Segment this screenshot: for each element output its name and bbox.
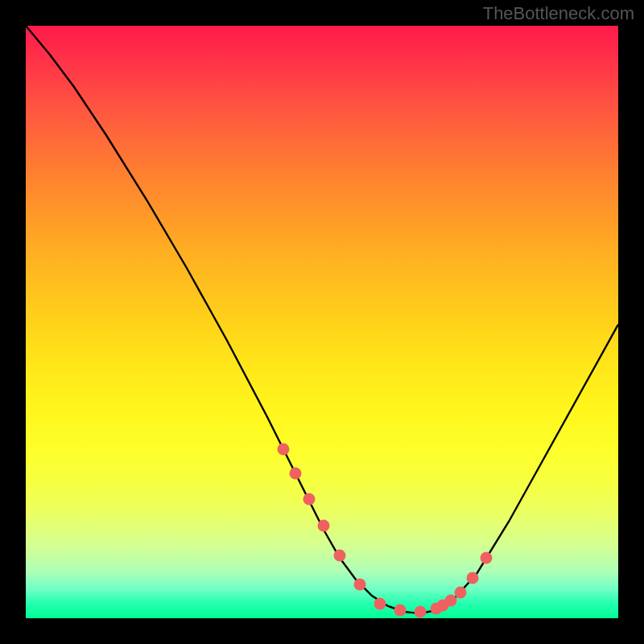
data-dot	[354, 579, 366, 591]
data-dot	[455, 587, 467, 599]
data-dot	[374, 598, 386, 610]
data-dot	[445, 595, 457, 607]
chart-plot-area	[26, 26, 618, 618]
curve-dots	[278, 444, 493, 618]
data-dot	[290, 468, 302, 480]
data-dot	[394, 605, 407, 617]
data-dot	[303, 493, 316, 506]
data-dot	[278, 444, 290, 456]
data-dot	[481, 552, 493, 564]
watermark-text: TheBottleneck.com	[483, 3, 634, 24]
data-dot	[467, 572, 479, 584]
data-dot	[415, 606, 427, 618]
data-dot	[334, 550, 346, 562]
data-dot	[318, 520, 330, 532]
chart-svg	[26, 26, 618, 618]
